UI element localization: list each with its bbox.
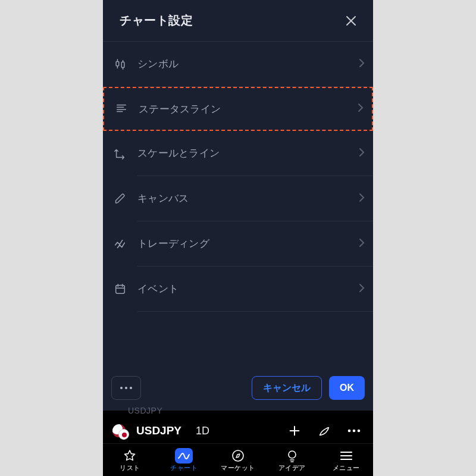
chevron-right-icon xyxy=(359,193,365,205)
draw-button[interactable] xyxy=(315,421,334,440)
settings-row-canvas-wrap: キャンバス xyxy=(103,176,373,221)
row-label: ステータスライン xyxy=(139,102,358,116)
tab-label: アイデア xyxy=(278,464,306,472)
row-label: シンボル xyxy=(137,57,359,71)
svg-point-10 xyxy=(289,451,296,458)
close-button[interactable] xyxy=(342,12,360,30)
compass-icon xyxy=(231,448,245,464)
bottom-tabbar: リスト チャート マーケット アイデア メニュー xyxy=(103,443,373,476)
svg-rect-0 xyxy=(116,61,119,65)
svg-rect-1 xyxy=(121,62,124,67)
trading-icon xyxy=(114,237,137,250)
settings-row-statusline-highlight: ステータスライン xyxy=(103,87,373,131)
lightbulb-icon xyxy=(285,448,299,464)
chevron-right-icon xyxy=(359,283,365,295)
chart-icon xyxy=(175,448,193,464)
row-label: イベント xyxy=(137,282,359,296)
close-icon xyxy=(345,15,357,27)
settings-row-trading[interactable]: トレーディング xyxy=(114,221,373,266)
row-label: トレーディング xyxy=(137,237,359,250)
statusline-icon xyxy=(115,102,139,115)
watchlist-item: USDJPY xyxy=(128,406,162,415)
cancel-button[interactable]: キャンセル xyxy=(252,376,322,400)
chevron-right-icon xyxy=(359,148,365,159)
plus-icon xyxy=(288,424,301,437)
settings-list: シンボル ステータスライン xyxy=(103,42,373,312)
star-icon xyxy=(123,448,137,464)
symbol-name[interactable]: USDJPY xyxy=(136,424,181,437)
settings-row-scales[interactable]: スケールとライン xyxy=(114,131,373,176)
settings-row-trading-wrap: トレーディング xyxy=(103,221,373,267)
tab-market[interactable]: マーケット xyxy=(211,448,265,472)
tab-ideas[interactable]: アイデア xyxy=(265,448,319,472)
settings-row-statusline[interactable]: ステータスライン xyxy=(115,88,372,130)
settings-row-symbol-wrap: シンボル xyxy=(103,42,373,87)
tab-label: チャート xyxy=(170,464,198,472)
add-button[interactable] xyxy=(285,421,304,440)
tab-menu[interactable]: メニュー xyxy=(319,448,373,472)
svg-point-3 xyxy=(120,387,123,389)
svg-point-6 xyxy=(348,430,351,433)
svg-point-8 xyxy=(358,430,361,433)
symbol-toolbar: USDJPY 1D xyxy=(103,416,373,445)
more-horizontal-icon xyxy=(347,429,361,433)
chevron-right-icon xyxy=(359,238,365,250)
app-screen: チャート設定 シンボル xyxy=(103,0,373,476)
toolbar-more-button[interactable] xyxy=(345,421,364,440)
tab-label: マーケット xyxy=(221,464,255,472)
timeframe-selector[interactable]: 1D xyxy=(196,425,209,437)
chevron-right-icon xyxy=(359,58,365,70)
row-label: キャンバス xyxy=(137,192,359,205)
symbol-flag-icon xyxy=(112,424,126,437)
pencil-icon xyxy=(114,192,137,205)
scales-icon xyxy=(114,147,137,160)
svg-point-5 xyxy=(130,387,132,389)
tab-list[interactable]: リスト xyxy=(103,448,157,472)
settings-row-events-wrap: イベント xyxy=(103,267,373,312)
settings-row-canvas[interactable]: キャンバス xyxy=(114,176,373,221)
svg-point-4 xyxy=(125,387,127,389)
settings-row-symbol[interactable]: シンボル xyxy=(114,42,373,86)
svg-rect-2 xyxy=(116,285,125,293)
more-horizontal-icon xyxy=(120,386,133,390)
sheet-footer: キャンセル OK xyxy=(103,376,373,400)
candlestick-icon xyxy=(114,58,137,71)
menu-icon xyxy=(340,448,353,464)
tab-chart[interactable]: チャート xyxy=(157,448,211,472)
sheet-title: チャート設定 xyxy=(120,12,193,29)
svg-point-9 xyxy=(233,450,243,461)
settings-row-scales-wrap: スケールとライン xyxy=(103,131,373,176)
draw-pencil-icon xyxy=(318,424,331,437)
calendar-icon xyxy=(114,283,137,296)
ok-button[interactable]: OK xyxy=(329,376,365,400)
svg-point-7 xyxy=(353,430,356,433)
row-label: スケールとライン xyxy=(137,146,359,160)
tab-label: リスト xyxy=(120,464,140,472)
settings-row-events[interactable]: イベント xyxy=(114,267,373,311)
chevron-right-icon xyxy=(358,103,364,115)
settings-sheet-header: チャート設定 xyxy=(103,0,373,42)
tab-label: メニュー xyxy=(333,464,360,472)
more-options-button[interactable] xyxy=(111,376,141,400)
